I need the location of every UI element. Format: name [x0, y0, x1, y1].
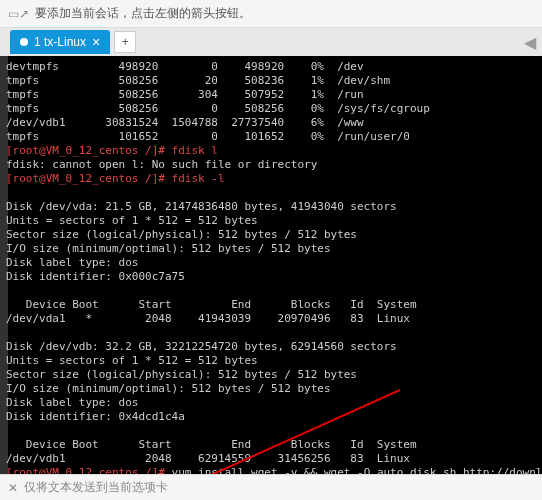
tab-bar: 1 tx-Linux × + ◀: [0, 28, 542, 56]
tab-label: 1 tx-Linux: [34, 35, 86, 49]
hint-bar: ▭↗ 要添加当前会话，点击左侧的箭头按钮。: [0, 0, 542, 28]
bottom-hint-bar: ✕ 仅将文本发送到当前选项卡: [0, 474, 542, 500]
hint-text: 要添加当前会话，点击左侧的箭头按钮。: [35, 5, 251, 22]
left-gutter: [0, 56, 8, 474]
session-icon: ▭↗: [8, 7, 29, 21]
terminal-output[interactable]: devtmpfs 498920 0 498920 0% /dev tmpfs 5…: [0, 56, 542, 474]
status-dot-icon: [20, 38, 28, 46]
prev-session-icon[interactable]: ◀: [524, 33, 536, 52]
tab-tx-linux[interactable]: 1 tx-Linux ×: [10, 30, 110, 54]
close-hint-icon[interactable]: ✕: [8, 481, 18, 495]
bottom-hint-text: 仅将文本发送到当前选项卡: [24, 479, 168, 496]
close-icon[interactable]: ×: [92, 34, 100, 50]
add-tab-button[interactable]: +: [114, 31, 136, 53]
